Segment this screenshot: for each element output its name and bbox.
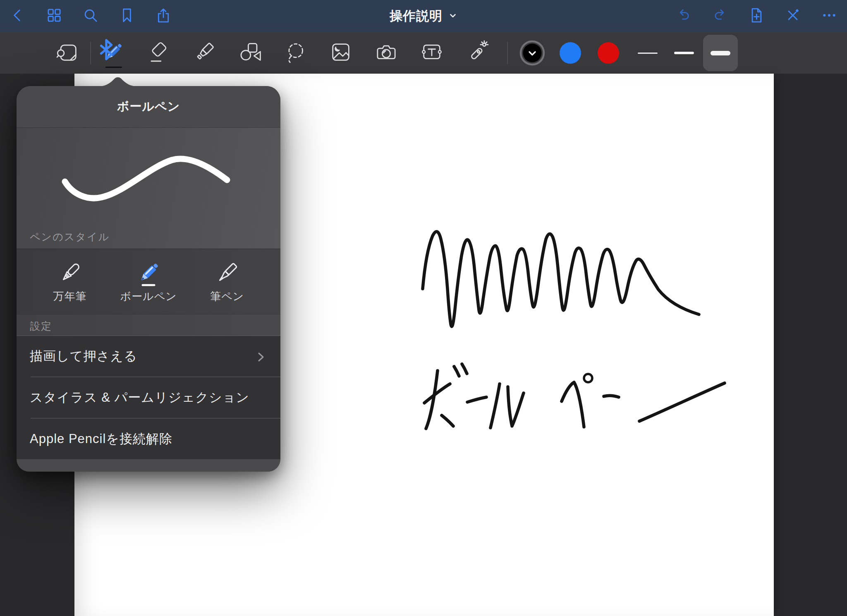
pen-style-label: 万年筆 (53, 289, 87, 304)
eraser-tool[interactable] (146, 32, 171, 74)
color-swatch-black[interactable] (520, 32, 544, 74)
more-button[interactable] (820, 5, 838, 28)
thickness-thick-button[interactable] (703, 35, 738, 71)
chevron-down-icon (448, 9, 457, 24)
settings-section-label: 設定 (30, 319, 52, 333)
popover-arrow (98, 77, 138, 86)
bluetooth-icon (94, 38, 104, 48)
redo-button[interactable] (711, 5, 729, 28)
pen-settings-popover: ボールペン ペンのスタイル 万年筆 (17, 86, 280, 472)
lasso-tool[interactable] (283, 32, 308, 74)
chevron-right-icon (256, 351, 266, 362)
laser-pointer-tool[interactable] (465, 32, 490, 74)
document-title-menu[interactable]: 操作説明 (390, 0, 457, 32)
lasso-icon (283, 40, 307, 66)
nav-left-group (9, 0, 172, 32)
pen-tool[interactable] (101, 32, 126, 74)
redo-icon (712, 7, 728, 25)
popover-title: ボールペン (117, 98, 180, 115)
thickness-thin-button[interactable] (630, 35, 665, 71)
shapes-icon (238, 40, 262, 66)
camera-tool[interactable] (374, 32, 399, 74)
thick-line (711, 51, 730, 55)
thickness-medium-button[interactable] (667, 35, 701, 71)
popover-footer (17, 459, 280, 472)
pen-style-fountain[interactable]: 万年筆 (40, 249, 100, 314)
fountain-pen-icon (56, 259, 84, 288)
search-icon (82, 7, 99, 25)
setting-label: スタイラス & パームリジェクション (30, 389, 249, 406)
search-button[interactable] (81, 5, 100, 28)
image-icon (329, 40, 353, 66)
nav-right-group (675, 0, 838, 32)
read-only-toggle-button[interactable] (784, 5, 802, 28)
pen-style-section-label: ペンのスタイル (30, 230, 110, 244)
toolbar-divider (90, 42, 91, 64)
bookmark-button[interactable] (118, 5, 136, 28)
top-nav-bar: 操作説明 (0, 0, 847, 32)
setting-label: 描画して押さえる (30, 348, 137, 365)
undo-icon (675, 7, 692, 25)
page-title: 操作説明 (390, 7, 443, 25)
stroke-preview-panel: ペンのスタイル (17, 127, 280, 249)
camera-icon (374, 40, 398, 66)
popover-header: ボールペン (17, 86, 280, 127)
pen-style-label: ボールペン (120, 289, 177, 304)
text-tool[interactable] (419, 32, 444, 74)
add-page-button[interactable] (747, 5, 766, 28)
pen-disabled-icon (785, 7, 801, 25)
selected-pen-underline (142, 284, 156, 286)
drawing-toolbar (0, 32, 847, 74)
zoom-window-tool[interactable] (55, 32, 80, 74)
share-button[interactable] (154, 5, 172, 28)
zoom-window-icon (56, 40, 80, 66)
documents-grid-button[interactable] (45, 5, 63, 28)
setting-row-stylus-palm-rejection[interactable]: スタイラス & パームリジェクション (17, 377, 280, 418)
settings-rows: 描画して押さえる スタイラス & パームリジェクション Apple Pencil… (17, 336, 280, 459)
color-swatch-blue[interactable] (558, 32, 582, 74)
share-icon (155, 7, 172, 25)
laser-pointer-icon (465, 40, 489, 66)
highlighter-tool[interactable] (192, 32, 217, 74)
brush-pen-icon (213, 259, 241, 288)
insert-image-tool[interactable] (328, 32, 353, 74)
app-window: 操作説明 (0, 0, 847, 616)
setting-row-disconnect-apple-pencil[interactable]: Apple Pencilを接続解除 (17, 419, 280, 459)
add-page-icon (748, 7, 765, 25)
color-swatch-red[interactable] (596, 32, 620, 74)
ballpoint-pen-icon (135, 259, 162, 288)
settings-section-header: 設定 (17, 314, 280, 336)
pen-selected-underline (105, 67, 122, 68)
black-swatch-fill (523, 44, 542, 62)
bookmark-icon (119, 7, 135, 25)
pen-style-label: 筆ペン (210, 289, 244, 304)
toolbar-divider (507, 42, 508, 64)
setting-row-draw-and-hold[interactable]: 描画して押さえる (17, 336, 280, 376)
grid-icon (46, 7, 62, 25)
thin-line (638, 53, 658, 54)
medium-line (674, 52, 694, 54)
pen-style-ballpoint[interactable]: ボールペン (118, 249, 179, 314)
undo-button[interactable] (675, 5, 693, 28)
shapes-tool[interactable] (237, 32, 262, 74)
more-icon (821, 7, 837, 25)
eraser-icon (147, 40, 171, 66)
back-icon (10, 7, 26, 25)
text-box-icon (420, 40, 444, 66)
pen-style-brush[interactable]: 筆ペン (197, 249, 257, 314)
pen-style-selector: 万年筆 ボールペン (17, 249, 280, 314)
back-button[interactable] (9, 5, 27, 28)
highlighter-icon (192, 40, 216, 66)
setting-label: Apple Pencilを接続解除 (30, 430, 172, 448)
